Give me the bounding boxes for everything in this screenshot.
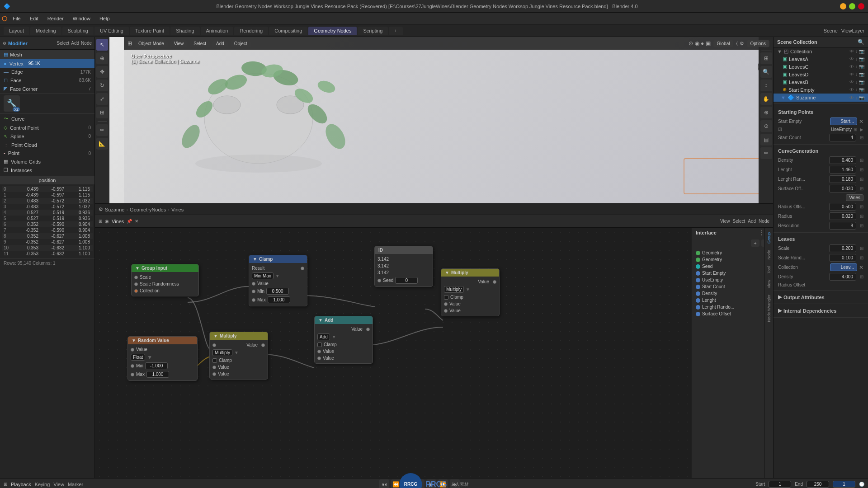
- random-value-collapse[interactable]: ▼: [132, 338, 136, 343]
- right-tool-6[interactable]: ⊕: [760, 107, 772, 118]
- outliner-start-empty[interactable]: ⊕ Start Empty 👁 ↓ 📷: [774, 86, 868, 94]
- viewport-select-btn[interactable]: Select: [190, 40, 210, 47]
- tool-tab-item[interactable]: Tool: [766, 263, 772, 277]
- outliner-leaves-a[interactable]: ▣ LeavesA 👁 ↓ 📷: [774, 55, 868, 63]
- m1-dropdown-arrow[interactable]: ▼: [234, 350, 239, 355]
- clamp-collapse[interactable]: ▼: [253, 257, 257, 262]
- lenght-prop-value[interactable]: 1.460: [829, 166, 856, 174]
- vis-icon2[interactable]: ↓: [855, 49, 858, 54]
- select-btn[interactable]: Select: [57, 41, 70, 46]
- instances-item[interactable]: ❐ Instances: [0, 166, 94, 174]
- tab-animation[interactable]: Animation: [201, 27, 234, 35]
- vis-icon3[interactable]: 📷: [859, 49, 864, 54]
- leaves-scale-rand-arrows[interactable]: ⊞: [860, 255, 863, 260]
- object-mode-btn[interactable]: Object Mode: [135, 40, 168, 47]
- tab-texture-paint[interactable]: Texture Paint: [130, 27, 170, 35]
- group-tab-item[interactable]: Group: [766, 230, 772, 246]
- viewport-options-icon[interactable]: ⊞: [127, 40, 132, 47]
- radius-offs-arrows[interactable]: ⊞: [860, 204, 863, 209]
- breadcrumb-geonodes[interactable]: GeometryNodes: [130, 207, 166, 212]
- internal-deps-header[interactable]: ▶ Internal Dependencies: [774, 306, 868, 315]
- start-frame-value[interactable]: 1: [769, 481, 791, 488]
- sz-vis2[interactable]: ↓: [855, 95, 858, 100]
- lc-vis1[interactable]: 👁: [849, 64, 854, 69]
- lenght-ran-value[interactable]: 0.180: [829, 175, 856, 183]
- curve-item[interactable]: 〜 Curve: [0, 114, 94, 123]
- cursor-tool[interactable]: ⊕: [96, 52, 108, 64]
- breadcrumb-suzanne[interactable]: Suzanne: [105, 207, 124, 212]
- node-header-view[interactable]: View: [720, 219, 730, 224]
- se-vis3[interactable]: 📷: [859, 87, 864, 92]
- add-node[interactable]: ▼ Add Value Add ▼: [314, 316, 373, 364]
- maximize-btn[interactable]: [849, 3, 855, 9]
- control-point-item[interactable]: ◇ Control Point 0: [0, 123, 94, 132]
- id-seed-node[interactable]: ID 3.142 3.142 3.142: [374, 246, 433, 287]
- leaves-scale-value[interactable]: 0.200: [829, 244, 856, 252]
- vines-label[interactable]: Vines: [846, 194, 863, 201]
- options-btn[interactable]: Options: [747, 40, 769, 47]
- leaves-density-arrows[interactable]: ⊞: [860, 274, 863, 279]
- vis-icon1[interactable]: 👁: [849, 49, 854, 54]
- multiply2-node[interactable]: ▼ Multiply Value Multiply ▼: [441, 268, 500, 316]
- multiply2-collapse[interactable]: ▼: [445, 270, 449, 275]
- menu-window[interactable]: Window: [69, 15, 94, 22]
- right-tool-8[interactable]: ▤: [760, 134, 772, 145]
- random-value-node[interactable]: ▼ Random Value Value Float ▼: [127, 336, 198, 381]
- resolution-arrows[interactable]: ⊞: [860, 223, 863, 228]
- tab-geometry-nodes[interactable]: Geometry Nodes: [308, 27, 357, 35]
- lc-vis3[interactable]: 📷: [859, 64, 864, 69]
- tab-uv-editing[interactable]: UV Editing: [94, 27, 129, 35]
- radius-arrows[interactable]: ⊞: [860, 214, 863, 219]
- edge-item[interactable]: — Edge 177K: [0, 68, 94, 76]
- current-frame-value[interactable]: 1: [833, 481, 855, 488]
- leaves-scale-rand-value[interactable]: 0.100: [829, 254, 856, 262]
- node-header-node[interactable]: Node: [759, 219, 769, 224]
- lc-vis2[interactable]: ↓: [855, 64, 858, 69]
- marker-btn[interactable]: Marker: [68, 482, 83, 487]
- density-arrows[interactable]: ⊞: [860, 158, 863, 163]
- node-pin-icon[interactable]: 📌: [127, 219, 132, 224]
- lenght-ran-arrows[interactable]: ⊞: [860, 177, 863, 182]
- transform-tool[interactable]: ⊞: [96, 107, 108, 118]
- curve-gen-header[interactable]: CurveGeneration: [774, 146, 868, 155]
- menu-edit[interactable]: Edit: [26, 15, 42, 22]
- outliner-suzanne[interactable]: ▼ 🔷 Suzanne 👁 ↓ 📷: [774, 94, 868, 102]
- node-header-select[interactable]: Select: [733, 219, 745, 224]
- ld-vis1[interactable]: 👁: [849, 72, 854, 77]
- view-btn[interactable]: View: [53, 482, 64, 487]
- rotate-tool[interactable]: ↻: [96, 80, 108, 91]
- outliner-filter-icon[interactable]: 🔍: [858, 39, 864, 45]
- right-tool-5[interactable]: ✋: [760, 93, 772, 105]
- id-seed-value[interactable]: 0: [395, 277, 418, 284]
- viewport-object-btn[interactable]: Object: [231, 40, 251, 47]
- tab-rendering[interactable]: Rendering: [234, 27, 268, 35]
- face-item[interactable]: ◻ Face 83.6K: [0, 76, 94, 84]
- point-cloud-item[interactable]: ⋮ Point Cloud: [0, 141, 94, 149]
- radius-offs-value[interactable]: 0.500: [829, 203, 856, 211]
- leaves-section-header[interactable]: Leaves: [774, 235, 868, 244]
- outliner-leaves-b[interactable]: ▣ LeavesB 👁 ↓ 📷: [774, 78, 868, 86]
- se-vis1[interactable]: 👁: [849, 87, 854, 92]
- ld-vis2[interactable]: ↓: [855, 72, 858, 77]
- start-count-value[interactable]: 4: [829, 134, 856, 141]
- density-prop-value[interactable]: 0.400: [829, 156, 856, 164]
- m2-type-dropdown[interactable]: Multiply: [444, 286, 464, 293]
- surface-off-arrows[interactable]: ⊞: [860, 186, 863, 191]
- sz-vis3[interactable]: 📷: [859, 95, 864, 100]
- add-clamp-checkbox[interactable]: [317, 343, 322, 347]
- leaves-density-value[interactable]: 4.000: [829, 273, 856, 281]
- multiply1-collapse[interactable]: ▼: [213, 333, 218, 338]
- tab-add[interactable]: +: [389, 27, 402, 35]
- clamp-node[interactable]: ▼ Clamp Result Min Max ▼: [249, 255, 307, 306]
- tab-modeling[interactable]: Modeling: [30, 27, 61, 35]
- left-panel-icon[interactable]: ⚙: [3, 41, 6, 46]
- clamp-type-arrow[interactable]: ▼: [275, 273, 280, 278]
- ld-vis3[interactable]: 📷: [859, 72, 864, 77]
- tab-shading[interactable]: Shading: [170, 27, 199, 35]
- m2-clamp-checkbox[interactable]: [444, 295, 448, 300]
- multiply1-node[interactable]: ▼ Multiply Value Multiply ▼: [209, 332, 268, 380]
- outliner-leaves-c[interactable]: ▣ LeavesC 👁 ↓ 📷: [774, 63, 868, 70]
- annotate-tool[interactable]: ✏: [96, 124, 108, 136]
- node-editor-canvas[interactable]: ▼ Group Input Scale Scale Randomness: [95, 228, 773, 478]
- group-input-node[interactable]: ▼ Group Input Scale Scale Randomness: [131, 264, 199, 296]
